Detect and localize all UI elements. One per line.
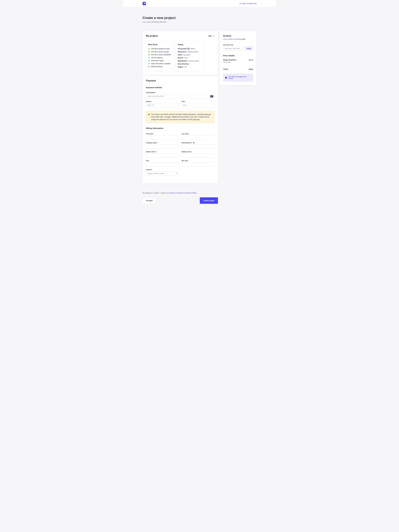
company-name-input[interactable] — [146, 145, 179, 149]
invoice-total-row: TOTAL $8.04 — [223, 68, 253, 70]
country-select-placeholder: Select or enter a value — [148, 172, 164, 174]
setup-box: Setup Git provider GitHub Repository str… — [176, 41, 203, 71]
setup-row-label: Repository — [178, 51, 186, 53]
setup-row-value: strapi/my-project — [187, 51, 199, 53]
last-name-field-group: Last name — [182, 133, 215, 139]
my-project-card: My project Edit Plan (Pro) — [143, 31, 218, 75]
address1-label: Address line 1 — [146, 151, 156, 152]
required-asterisk: * — [149, 160, 149, 161]
warning-icon: ! — [148, 114, 150, 115]
expires-label: Expires — [146, 101, 151, 102]
note-text: $75 will be charged next month. — [229, 76, 251, 79]
plan-feature-label: 250 GB of assets storage — [151, 51, 169, 53]
zip-label: ZIP code — [182, 160, 188, 161]
terms-middle: and — [183, 192, 186, 194]
required-asterisk: * — [151, 101, 152, 102]
edit-label: Edit — [209, 35, 212, 37]
zip-input[interactable] — [182, 162, 215, 166]
privacy-policy-link[interactable]: Privacy Policy — [186, 192, 196, 194]
required-asterisk: * — [155, 92, 156, 93]
check-circle-icon — [148, 51, 150, 53]
setup-row-value: main — [184, 57, 187, 59]
last-name-input[interactable] — [182, 135, 215, 139]
address1-field-group: Address line 1 * — [146, 151, 179, 158]
check-circle-icon — [148, 63, 150, 65]
setup-row: Git provider GitHub — [178, 48, 202, 50]
go-back-button[interactable]: Go back — [143, 197, 156, 204]
cvc-field-group: CVC * — [182, 101, 215, 107]
card-number-label: Card Number — [146, 92, 155, 93]
card-number-input[interactable] — [146, 94, 215, 98]
city-input[interactable] — [146, 162, 179, 166]
plan-title: Plan (Pro) — [148, 43, 172, 46]
my-project-title: My project — [146, 35, 158, 37]
discount-code-label: Discount code — [223, 44, 233, 46]
email-info-icon[interactable]: i — [193, 142, 195, 144]
line-item-period: This month — [223, 61, 236, 63]
line-item-amount: $8.04 — [249, 59, 253, 61]
billing-title: Billing information — [146, 127, 215, 129]
setup-row-label: Region — [178, 66, 183, 68]
create-project-button[interactable]: Create project — [200, 197, 218, 204]
setup-row: Repository strapi/my-project — [178, 51, 202, 53]
setup-row-value: At every commit — [188, 60, 199, 62]
edit-project-button[interactable]: Edit — [209, 35, 215, 37]
plan-feature-item: Selectable regions — [148, 60, 172, 62]
chevron-down-icon — [176, 173, 177, 174]
invoice-card: Invoice This is what you will pay today … — [220, 31, 256, 85]
apply-discount-button[interactable]: Apply — [244, 46, 253, 51]
cvc-input[interactable] — [182, 103, 215, 107]
address1-input[interactable] — [146, 153, 179, 158]
last-name-label: Last name — [182, 133, 189, 135]
credit-card-icon — [210, 95, 213, 97]
setup-row: Deployment At every commit — [178, 60, 202, 62]
address2-field-group: Address line 2 — [182, 151, 215, 158]
setup-row-value: / — [190, 63, 190, 65]
total-label: TOTAL — [223, 68, 229, 70]
plan-feature-item: 250 GB of assets storage — [148, 51, 172, 53]
page-title: Create a new project — [143, 16, 256, 20]
check-circle-icon — [148, 57, 150, 59]
info-icon: i — [225, 77, 227, 79]
line-item-name: Strapi Cloud Pro — [223, 59, 236, 61]
plan-feature-label: 500 GB of assets bandwidth — [151, 54, 171, 56]
expires-input[interactable] — [146, 103, 179, 107]
setup-row: Branch main — [178, 57, 202, 59]
payment-title: Payment — [146, 79, 215, 82]
invoice-line-item: Strapi Cloud Pro This month $8.04 — [223, 59, 253, 63]
terms-of-service-link[interactable]: Terms of Service — [170, 192, 183, 194]
plan-feature-list: Unlimited database entries 250 GB of ass… — [148, 48, 172, 68]
check-circle-icon — [148, 66, 150, 68]
back-to-projects-link[interactable]: Back to projects list — [240, 3, 256, 5]
terms-prefix: By clicking on "Create", I agree to the — [143, 192, 170, 194]
plan-feature-label: Selectable regions — [151, 60, 164, 62]
invoice-title: Invoice — [223, 35, 253, 37]
back-link-label: Back to projects list — [242, 3, 256, 5]
price-details-title: Price details — [223, 54, 253, 57]
strapi-cloud-logo-icon[interactable] — [143, 2, 146, 5]
setup-row: Base directory / — [178, 63, 202, 65]
email-input[interactable] — [182, 145, 215, 149]
first-name-input[interactable] — [146, 135, 179, 139]
back-rotate-icon — [240, 3, 241, 4]
plan-feature-item: Weekly backups — [148, 66, 172, 68]
check-circle-icon — [148, 48, 150, 50]
setup-row: Name my-project — [178, 54, 202, 56]
email-label: Email address — [182, 142, 191, 144]
plan-box: Plan (Pro) Unlimited database entries 25… — [146, 41, 174, 71]
plan-feature-item: 1M API requests — [148, 57, 172, 59]
address2-input[interactable] — [182, 153, 215, 158]
plan-feature-label: Unlimited database entries — [151, 48, 170, 50]
required-asterisk: * — [185, 101, 185, 102]
first-name-field-group: First name — [146, 133, 179, 139]
plan-feature-item: 500 GB of assets bandwidth — [148, 54, 172, 56]
country-select[interactable]: Select or enter a value — [146, 171, 179, 175]
invoice-subtitle: This is what you will pay today — [223, 38, 253, 40]
payment-card: Payment Payment method Card Number * — [143, 76, 218, 183]
page-subtitle: Lets create something awesome! — [143, 21, 256, 23]
setup-row-label: Branch — [178, 57, 183, 59]
payment-method-title: Payment method — [146, 86, 215, 89]
company-name-field-group: Company name * — [146, 142, 179, 149]
invoice-divider — [223, 65, 253, 66]
discount-code-input[interactable] — [223, 46, 243, 51]
